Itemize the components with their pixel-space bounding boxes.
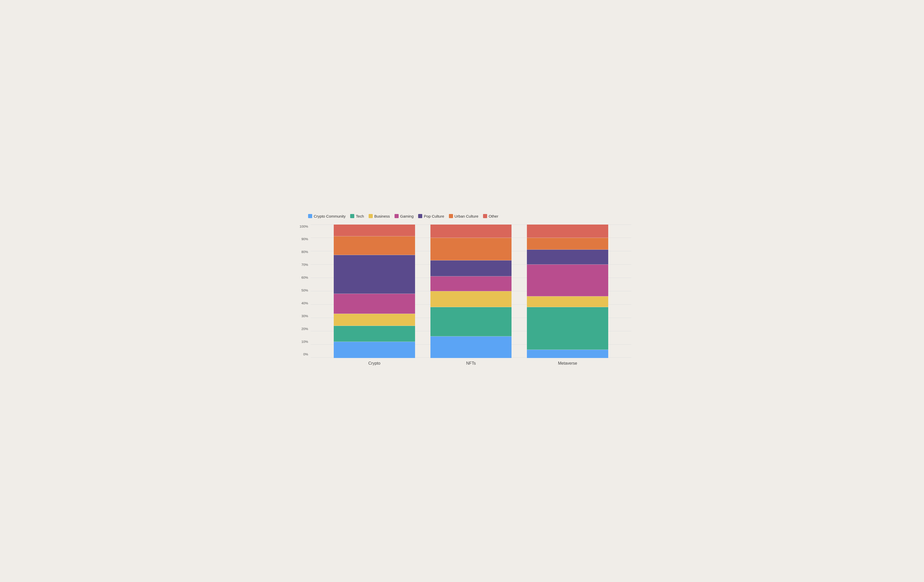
y-axis-tick: 80%: [298, 250, 311, 254]
legend-color-crypto-community: [308, 214, 312, 218]
grid-and-bars: [311, 225, 631, 358]
segment-nfts-other: [431, 225, 512, 238]
legend-label-urban-culture: Urban Culture: [455, 214, 478, 218]
legend-color-pop-culture: [418, 214, 422, 218]
segment-metaverse-pop-culture: [527, 250, 608, 264]
segment-nfts-pop-culture: [431, 260, 512, 276]
legend-label-other: Other: [489, 214, 498, 218]
legend-item-crypto-community: Crypto Community: [308, 214, 345, 218]
legend-item-urban-culture: Urban Culture: [449, 214, 478, 218]
segment-crypto-crypto-community: [334, 342, 415, 358]
y-axis-tick: 0%: [298, 352, 311, 356]
segment-crypto-tech: [334, 326, 415, 342]
legend-label-gaming: Gaming: [400, 214, 414, 218]
stacked-bar-crypto: [334, 225, 415, 358]
bars-row: [311, 225, 631, 358]
segment-crypto-pop-culture: [334, 255, 415, 294]
x-label-metaverse: Metaverse: [527, 361, 608, 366]
y-axis: 100%90%80%70%60%50%40%30%20%10%0%: [298, 225, 311, 366]
legend-item-tech: Tech: [350, 214, 364, 218]
stacked-bar-metaverse: [527, 225, 608, 358]
legend-item-other: Other: [483, 214, 498, 218]
segment-crypto-urban-culture: [334, 236, 415, 255]
segment-metaverse-urban-culture: [527, 238, 608, 250]
legend-color-urban-culture: [449, 214, 453, 218]
legend-label-business: Business: [374, 214, 390, 218]
segment-metaverse-business: [527, 296, 608, 307]
segment-crypto-other: [334, 225, 415, 236]
segment-metaverse-gaming: [527, 265, 608, 297]
x-label-crypto: Crypto: [334, 361, 415, 366]
segment-nfts-gaming: [431, 276, 512, 291]
y-axis-tick: 10%: [298, 340, 311, 344]
y-axis-tick: 90%: [298, 237, 311, 241]
segment-metaverse-crypto-community: [527, 350, 608, 358]
bar-group-crypto: [334, 225, 415, 358]
bar-group-metaverse: [527, 225, 608, 358]
chart-legend: Crypto Community Tech Business Gaming Po…: [308, 214, 631, 218]
chart-body: CryptoNFTsMetaverse: [311, 225, 631, 366]
chart-area: 100%90%80%70%60%50%40%30%20%10%0% Crypto…: [298, 225, 631, 366]
y-axis-tick: 30%: [298, 314, 311, 318]
legend-label-crypto-community: Crypto Community: [314, 214, 345, 218]
x-labels: CryptoNFTsMetaverse: [311, 361, 631, 366]
bar-group-nfts: [431, 225, 512, 358]
legend-label-pop-culture: Pop Culture: [424, 214, 444, 218]
legend-color-business: [369, 214, 373, 218]
legend-color-other: [483, 214, 487, 218]
y-axis-tick: 70%: [298, 263, 311, 266]
segment-crypto-gaming: [334, 294, 415, 314]
legend-item-business: Business: [369, 214, 390, 218]
segment-metaverse-tech: [527, 307, 608, 350]
legend-item-pop-culture: Pop Culture: [418, 214, 444, 218]
legend-item-gaming: Gaming: [394, 214, 414, 218]
legend-label-tech: Tech: [356, 214, 364, 218]
legend-color-tech: [350, 214, 354, 218]
y-axis-tick: 100%: [298, 225, 311, 228]
y-axis-tick: 50%: [298, 288, 311, 292]
chart-container: Crypto Community Tech Business Gaming Po…: [282, 206, 642, 376]
y-axis-tick: 40%: [298, 301, 311, 305]
x-label-nfts: NFTs: [431, 361, 512, 366]
y-axis-tick: 20%: [298, 327, 311, 331]
segment-nfts-crypto-community: [431, 336, 512, 358]
segment-nfts-business: [431, 291, 512, 307]
legend-color-gaming: [394, 214, 399, 218]
segment-metaverse-other: [527, 225, 608, 238]
stacked-bar-nfts: [431, 225, 512, 358]
segment-nfts-tech: [431, 307, 512, 336]
segment-crypto-business: [334, 314, 415, 326]
segment-nfts-urban-culture: [431, 238, 512, 260]
y-axis-tick: 60%: [298, 276, 311, 279]
